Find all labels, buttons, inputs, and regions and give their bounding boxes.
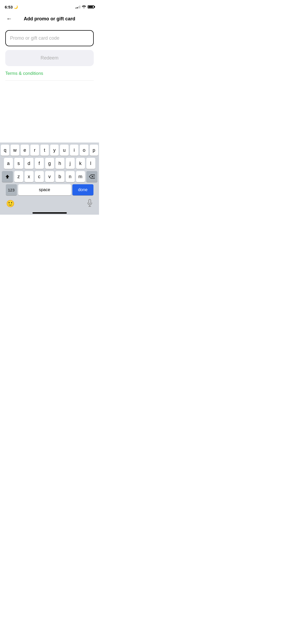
key-v[interactable]: v bbox=[45, 171, 54, 182]
keyboard-row-2: a s d f g h j k l bbox=[1, 158, 98, 169]
space-key[interactable]: space bbox=[18, 184, 71, 195]
key-z[interactable]: z bbox=[14, 171, 23, 182]
keyboard-row-3: z x c v b n m bbox=[1, 171, 98, 182]
delete-key[interactable] bbox=[86, 171, 97, 182]
content-area: Redeem Terms & conditions bbox=[0, 26, 99, 85]
key-c[interactable]: c bbox=[35, 171, 44, 182]
key-a[interactable]: a bbox=[4, 158, 13, 169]
terms-link[interactable]: Terms & conditions bbox=[5, 71, 43, 76]
key-b[interactable]: b bbox=[55, 171, 64, 182]
key-y[interactable]: y bbox=[50, 145, 59, 156]
key-h[interactable]: h bbox=[55, 158, 64, 169]
done-key[interactable]: done bbox=[72, 184, 93, 195]
home-bar bbox=[32, 212, 67, 214]
promo-input-wrapper bbox=[5, 30, 94, 46]
emoji-button[interactable]: 🙂 bbox=[6, 200, 15, 208]
key-e[interactable]: e bbox=[21, 145, 29, 156]
key-r[interactable]: r bbox=[30, 145, 39, 156]
wifi-icon bbox=[82, 5, 86, 9]
shift-key[interactable] bbox=[2, 171, 13, 182]
key-g[interactable]: g bbox=[45, 158, 54, 169]
key-l[interactable]: l bbox=[86, 158, 95, 169]
key-i[interactable]: i bbox=[70, 145, 78, 156]
keyboard-row-bottom: 123 space done bbox=[1, 184, 98, 195]
promo-input[interactable] bbox=[10, 35, 89, 41]
time-label: 6:53 bbox=[5, 5, 13, 9]
key-t[interactable]: t bbox=[40, 145, 49, 156]
battery-icon bbox=[88, 5, 94, 8]
page-title: Add promo or gift card bbox=[24, 16, 75, 22]
back-button[interactable]: ← bbox=[5, 14, 13, 23]
key-d[interactable]: d bbox=[25, 158, 34, 169]
key-o[interactable]: o bbox=[80, 145, 88, 156]
status-time: 6:53 🌙 bbox=[5, 5, 18, 9]
key-j[interactable]: j bbox=[66, 158, 75, 169]
key-n[interactable]: n bbox=[66, 171, 75, 182]
numbers-key[interactable]: 123 bbox=[6, 184, 17, 195]
status-bar: 6:53 🌙 bbox=[0, 0, 99, 12]
keyboard-row-1: q w e r t y u i o p bbox=[1, 145, 98, 156]
home-indicator bbox=[1, 211, 98, 215]
key-w[interactable]: w bbox=[11, 145, 19, 156]
divider bbox=[5, 80, 94, 81]
key-u[interactable]: u bbox=[60, 145, 68, 156]
signal-icon bbox=[76, 5, 80, 8]
svg-rect-2 bbox=[89, 199, 91, 204]
key-m[interactable]: m bbox=[76, 171, 85, 182]
key-q[interactable]: q bbox=[1, 145, 9, 156]
redeem-button[interactable]: Redeem bbox=[5, 50, 94, 66]
keyboard: q w e r t y u i o p a s d f g h j k l z … bbox=[0, 142, 99, 215]
key-f[interactable]: f bbox=[35, 158, 44, 169]
keyboard-bottom-bar: 🙂 bbox=[1, 197, 98, 211]
microphone-button[interactable] bbox=[87, 199, 93, 208]
key-x[interactable]: x bbox=[25, 171, 34, 182]
status-icons bbox=[76, 5, 94, 9]
moon-icon: 🌙 bbox=[14, 5, 18, 9]
key-p[interactable]: p bbox=[90, 145, 98, 156]
key-s[interactable]: s bbox=[14, 158, 23, 169]
header: ← Add promo or gift card bbox=[0, 12, 99, 26]
key-k[interactable]: k bbox=[76, 158, 85, 169]
